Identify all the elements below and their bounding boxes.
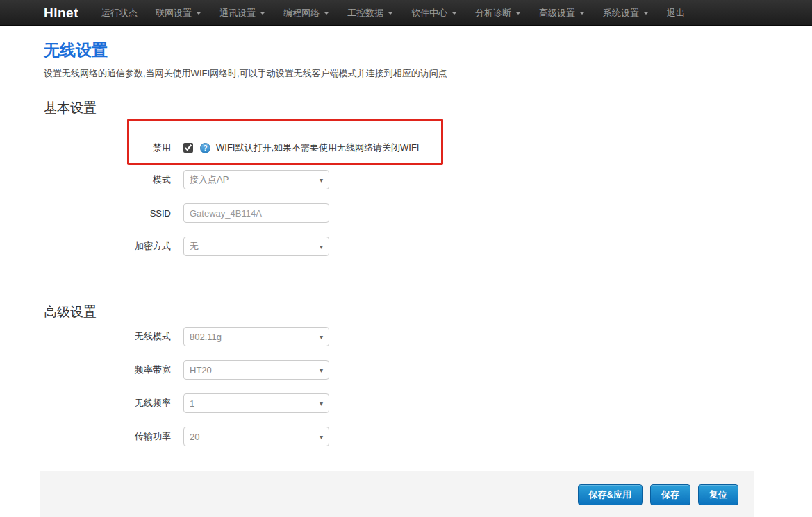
top-navbar: Hinet 运行状态 联网设置 通讯设置 编程网络 工控数据 软件中心 分析诊断… xyxy=(0,0,812,26)
bandwidth-select-value: HT20 xyxy=(190,365,320,375)
nav-item-running-status[interactable]: 运行状态 xyxy=(92,0,147,25)
disable-checkbox[interactable] xyxy=(183,143,193,153)
bandwidth-label: 频率带宽 xyxy=(44,364,171,376)
ssid-label: SSID xyxy=(44,208,171,219)
page-title: 无线设置 xyxy=(44,40,812,61)
highlight-box: 禁用 ? WIFI默认打开,如果不需要使用无线网络请关闭WIFI xyxy=(127,119,443,165)
nav-item-label: 分析诊断 xyxy=(475,0,511,26)
disable-help-text: WIFI默认打开,如果不需要使用无线网络请关闭WIFI xyxy=(216,142,419,154)
nav-item-label: 联网设置 xyxy=(156,0,192,26)
nav-item-label: 通讯设置 xyxy=(219,0,256,26)
channel-row: 无线频率 1 ▾ xyxy=(44,393,812,413)
chevron-down-icon: ▾ xyxy=(320,243,323,251)
wireless-mode-row: 无线模式 802.11g ▾ xyxy=(44,327,812,346)
nav-item-advanced-settings[interactable]: 高级设置 xyxy=(530,0,594,25)
caret-down-icon xyxy=(579,12,585,15)
nav-item-logout[interactable]: 退出 xyxy=(658,0,694,25)
wireless-mode-select[interactable]: 802.11g ▾ xyxy=(183,327,329,346)
tx-power-label: 传输功率 xyxy=(44,430,171,443)
chevron-down-icon: ▾ xyxy=(320,433,323,441)
help-icon[interactable]: ? xyxy=(200,143,210,153)
caret-down-icon xyxy=(388,12,393,15)
footer-action-bar: 保存&应用 保存 复位 xyxy=(40,471,754,517)
section-heading-advanced: 高级设置 xyxy=(44,303,812,321)
tx-power-select[interactable]: 20 ▾ xyxy=(183,427,329,446)
wireless-mode-label: 无线模式 xyxy=(44,330,171,343)
mode-row: 模式 接入点AP ▾ xyxy=(44,170,812,189)
save-button[interactable]: 保存 xyxy=(650,484,690,505)
channel-select[interactable]: 1 ▾ xyxy=(183,393,329,413)
nav-item-label: 高级设置 xyxy=(539,0,575,26)
mode-label: 模式 xyxy=(44,173,171,186)
nav-item-label: 工控数据 xyxy=(347,0,383,26)
nav-item-label: 编程网络 xyxy=(283,0,320,26)
caret-down-icon xyxy=(260,12,265,15)
nav-item-industrial-data[interactable]: 工控数据 xyxy=(338,0,402,25)
caret-down-icon xyxy=(515,12,521,15)
disable-label: 禁用 xyxy=(129,142,171,154)
nav-item-label: 运行状态 xyxy=(101,0,138,26)
nav-item-analysis-diagnosis[interactable]: 分析诊断 xyxy=(466,0,530,25)
brand-logo[interactable]: Hinet xyxy=(40,0,92,25)
nav-item-software-center[interactable]: 软件中心 xyxy=(402,0,466,25)
bandwidth-row: 频率带宽 HT20 ▾ xyxy=(44,360,812,380)
caret-down-icon xyxy=(451,12,457,15)
channel-select-value: 1 xyxy=(190,398,320,409)
reset-button[interactable]: 复位 xyxy=(698,484,738,505)
nav-item-system-settings[interactable]: 系统设置 xyxy=(594,0,658,25)
chevron-down-icon: ▾ xyxy=(320,333,323,341)
ssid-input[interactable] xyxy=(183,203,329,223)
page-subtitle: 设置无线网络的通信参数,当网关使用WIFI网络时,可以手动设置无线客户端模式并连… xyxy=(44,67,812,80)
caret-down-icon xyxy=(324,12,329,15)
chevron-down-icon: ▾ xyxy=(320,400,323,407)
nav-item-network-settings[interactable]: 联网设置 xyxy=(147,0,210,25)
chevron-down-icon: ▾ xyxy=(320,176,323,184)
encryption-row: 加密方式 无 ▾ xyxy=(44,237,812,256)
caret-down-icon xyxy=(196,12,201,15)
tx-power-row: 传输功率 20 ▾ xyxy=(44,427,812,446)
wireless-mode-select-value: 802.11g xyxy=(190,332,320,342)
section-heading-basic: 基本设置 xyxy=(44,99,812,117)
nav-item-label: 软件中心 xyxy=(411,0,447,26)
mode-select[interactable]: 接入点AP ▾ xyxy=(183,170,329,189)
save-apply-button[interactable]: 保存&应用 xyxy=(578,484,643,505)
encryption-label: 加密方式 xyxy=(44,240,171,253)
nav-item-comm-settings[interactable]: 通讯设置 xyxy=(210,0,274,25)
bandwidth-select[interactable]: HT20 ▾ xyxy=(183,360,329,380)
ssid-row: SSID xyxy=(44,203,812,223)
main-content: 无线设置 设置无线网络的通信参数,当网关使用WIFI网络时,可以手动设置无线客户… xyxy=(0,26,812,446)
channel-label: 无线频率 xyxy=(44,397,171,409)
disable-row: 禁用 ? WIFI默认打开,如果不需要使用无线网络请关闭WIFI xyxy=(129,142,441,154)
nav-item-programming-network[interactable]: 编程网络 xyxy=(274,0,338,25)
chevron-down-icon: ▾ xyxy=(320,366,323,374)
nav-item-label: 系统设置 xyxy=(603,0,639,26)
encryption-select-value: 无 xyxy=(190,240,320,253)
caret-down-icon xyxy=(643,12,649,15)
encryption-select[interactable]: 无 ▾ xyxy=(183,237,329,256)
tx-power-select-value: 20 xyxy=(190,432,320,442)
nav-item-label: 退出 xyxy=(667,0,685,26)
mode-select-value: 接入点AP xyxy=(190,173,320,186)
